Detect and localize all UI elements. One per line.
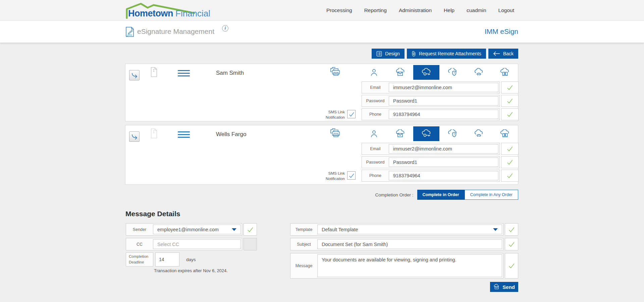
message-textarea[interactable]: Your documents are available for viewing… xyxy=(317,254,502,277)
sender-row: Sender employee1@immonline.com xyxy=(126,223,257,236)
phone-label: Phone xyxy=(362,112,389,117)
check-icon xyxy=(506,159,513,165)
request-remote-attachments-label: Request Remote Attachments xyxy=(419,51,481,56)
email-input[interactable]: immuser2@immonline.com xyxy=(389,83,498,92)
recipient-name: Wells Fargo xyxy=(216,131,246,138)
template-row: Template Default Template xyxy=(290,223,518,236)
nav-item-help[interactable]: Help xyxy=(444,7,454,13)
merge-recipient-button[interactable] xyxy=(129,70,140,80)
auth-id-verification-icon[interactable] xyxy=(492,126,518,141)
phone-input[interactable]: 9183794964 xyxy=(389,110,498,119)
auth-phone-icon[interactable] xyxy=(466,65,492,80)
auth-id-verification-icon[interactable] xyxy=(492,65,518,80)
email-row: Email immuser2@immonline.com xyxy=(362,143,519,155)
template-dropdown[interactable]: Default Template xyxy=(317,225,502,234)
back-button-label: Back xyxy=(503,51,514,56)
svg-text:1: 1 xyxy=(153,69,155,72)
template-label: Template xyxy=(290,227,317,232)
completion-deadline-unit: days xyxy=(186,257,196,262)
hometown-financial-logo: HometownFinancial xyxy=(125,1,222,20)
svg-text:?: ? xyxy=(453,133,455,136)
sms-link-notification-checkbox[interactable] xyxy=(347,110,356,118)
auth-password-icon[interactable] xyxy=(413,126,439,141)
template-value: Default Template xyxy=(322,227,358,232)
svg-text:1: 1 xyxy=(153,130,155,134)
recipient-card-wells-fargo: 1 Wells Fargo ? xyxy=(125,125,518,185)
drag-handle-icon[interactable] xyxy=(178,131,190,139)
auth-method-row: ? xyxy=(361,65,518,80)
nav-item-logout[interactable]: Logout xyxy=(498,7,514,13)
back-arrow-icon xyxy=(493,51,500,56)
design-form-icon xyxy=(376,51,382,57)
complete-in-order-button[interactable]: Complete in Order xyxy=(417,190,465,200)
main-nav: Processing Reporting Administration Help… xyxy=(326,0,514,21)
brand-name: Hometown xyxy=(128,8,173,18)
merge-recipient-button[interactable] xyxy=(129,131,140,142)
email-valid-check xyxy=(501,81,519,94)
subject-input[interactable]: Document Set (for Sam Smith) xyxy=(317,239,502,249)
print-icon[interactable] xyxy=(329,66,341,77)
email-label: Email xyxy=(362,85,389,90)
cc-empty-cell xyxy=(244,238,257,250)
message-valid-check xyxy=(505,253,518,279)
checkbox-check-icon xyxy=(348,112,355,117)
action-toolbar: Design Request Remote Attachments Back xyxy=(372,49,518,59)
dropdown-caret-icon[interactable] xyxy=(232,228,236,231)
sender-valid-check xyxy=(244,223,257,236)
check-icon xyxy=(508,227,515,233)
auth-security-question-icon[interactable]: ? xyxy=(439,65,466,80)
nav-item-processing[interactable]: Processing xyxy=(326,7,352,13)
expiration-note: Transaction expires after Nov 6, 2024. xyxy=(154,268,228,273)
checkbox-check-icon xyxy=(348,173,355,178)
nav-item-administration[interactable]: Administration xyxy=(399,7,432,13)
document-count-icon: 1 xyxy=(150,66,158,78)
message-details-heading: Message Details xyxy=(125,210,180,218)
completion-order-group: Completion Order : Complete in Order Com… xyxy=(375,190,518,200)
cc-row: CC Select CC xyxy=(126,238,257,250)
nav-item-reporting[interactable]: Reporting xyxy=(364,7,387,13)
nav-item-cuadmin[interactable]: cuadmin xyxy=(467,7,486,13)
cc-input[interactable]: Select CC xyxy=(153,239,241,249)
design-button[interactable]: Design xyxy=(372,49,405,59)
send-button-label: Send xyxy=(502,284,515,290)
dropdown-caret-icon[interactable] xyxy=(493,228,498,231)
complete-in-any-order-button[interactable]: Complete in Any Order xyxy=(465,190,518,200)
auth-in-person-icon[interactable] xyxy=(361,126,387,141)
password-valid-check xyxy=(501,95,519,107)
drag-handle-icon[interactable] xyxy=(178,70,190,78)
top-bar: HometownFinancial Processing Reporting A… xyxy=(0,0,644,21)
sender-dropdown[interactable]: employee1@immonline.com xyxy=(153,225,241,234)
send-email-icon xyxy=(493,284,500,290)
auth-email-icon[interactable] xyxy=(387,126,413,141)
auth-phone-icon[interactable] xyxy=(466,126,492,141)
print-icon[interactable] xyxy=(329,127,341,139)
auth-password-icon[interactable] xyxy=(413,65,439,80)
info-icon[interactable]: i xyxy=(222,25,228,32)
completion-deadline-input[interactable]: 14 xyxy=(155,252,179,266)
check-icon xyxy=(508,263,515,269)
esignature-document-icon xyxy=(125,26,135,37)
back-button[interactable]: Back xyxy=(488,49,518,59)
completion-order-label: Completion Order : xyxy=(375,192,413,197)
email-input[interactable]: immuser2@immonline.com xyxy=(389,144,498,154)
password-input[interactable]: Password1 xyxy=(389,158,498,167)
request-remote-attachments-button[interactable]: Request Remote Attachments xyxy=(407,49,486,59)
check-icon xyxy=(506,173,513,179)
send-button[interactable]: Send xyxy=(490,282,518,292)
check-icon xyxy=(506,84,513,90)
auth-in-person-icon[interactable] xyxy=(361,65,387,80)
brand-suffix: Financial xyxy=(175,8,210,18)
sms-link-notification-label: SMS LinkNotification xyxy=(313,109,345,120)
phone-input[interactable]: 9183794964 xyxy=(389,171,498,180)
recipient-card-sam-smith: 1 Sam Smith ? xyxy=(125,64,518,121)
email-row: Email immuser2@immonline.com xyxy=(362,81,519,94)
auth-security-question-icon[interactable]: ? xyxy=(439,126,466,141)
password-row: Password Password1 xyxy=(362,95,519,107)
phone-label: Phone xyxy=(362,173,389,178)
email-label: Email xyxy=(362,146,389,151)
auth-email-icon[interactable] xyxy=(387,65,413,80)
phone-valid-check xyxy=(501,108,519,120)
design-button-label: Design xyxy=(385,51,400,56)
password-input[interactable]: Password1 xyxy=(389,96,498,106)
sms-link-notification-checkbox[interactable] xyxy=(347,171,356,180)
